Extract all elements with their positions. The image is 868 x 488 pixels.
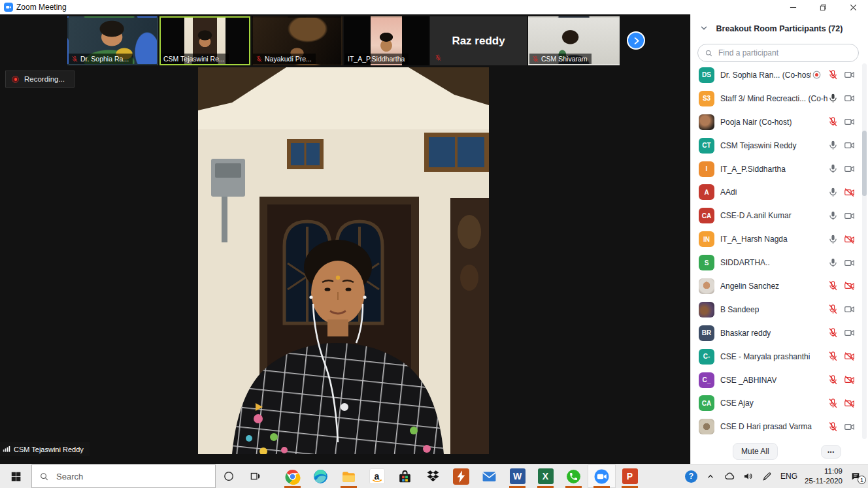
excel-taskbar-icon[interactable]: X xyxy=(531,464,559,488)
camera-off-icon[interactable] xyxy=(844,374,855,385)
participant-row[interactable]: CTCSM Tejaswini Reddy xyxy=(691,134,868,157)
camera-icon[interactable] xyxy=(844,69,855,80)
cortana-button[interactable] xyxy=(216,464,242,488)
camera-icon[interactable] xyxy=(844,210,855,221)
onedrive-cloud-icon[interactable] xyxy=(724,470,735,482)
mic-icon[interactable] xyxy=(827,234,839,245)
participant-row[interactable]: CACSE-D A.anil Kumar xyxy=(691,204,868,227)
dropbox-taskbar-icon[interactable] xyxy=(419,464,447,488)
speaker-icon[interactable] xyxy=(743,470,754,482)
chrome-taskbar-icon[interactable] xyxy=(278,464,307,488)
participant-row[interactable]: C_CSE _ABHINAV xyxy=(691,368,868,392)
mic-icon[interactable] xyxy=(827,93,839,104)
mic-muted-icon[interactable] xyxy=(827,327,839,338)
camera-off-icon[interactable] xyxy=(844,351,855,362)
mic-muted-icon[interactable] xyxy=(827,280,839,291)
filmstrip-tile[interactable]: CSM Shivaram xyxy=(528,16,620,65)
participant-name: Bhaskar reddy xyxy=(720,329,771,338)
camera-icon[interactable] xyxy=(844,93,855,104)
participant-row[interactable]: Pooja Nair (Co-host) xyxy=(691,110,868,134)
participant-row[interactable]: INIT_A_Harsh Nagda xyxy=(691,227,868,251)
store-taskbar-icon[interactable] xyxy=(391,464,419,488)
action-center-icon[interactable]: 1 xyxy=(850,470,861,482)
participant-row[interactable]: Angelin Sanchez xyxy=(691,274,868,298)
participant-row[interactable]: S3Staff 3/ Mind Recreacti... (Co-host) xyxy=(691,87,868,110)
amazon-taskbar-icon[interactable]: a xyxy=(363,464,391,488)
mic-muted-icon[interactable] xyxy=(827,374,839,385)
participant-search[interactable] xyxy=(697,44,859,62)
mic-muted-icon[interactable] xyxy=(827,421,839,432)
taskbar-search-input[interactable] xyxy=(55,471,208,482)
avatar: C- xyxy=(699,349,714,365)
word-taskbar-icon[interactable]: W xyxy=(503,464,531,488)
participant-row[interactable]: AAAdi xyxy=(691,180,868,204)
camera-icon[interactable] xyxy=(844,304,855,315)
chevron-up-icon[interactable] xyxy=(705,470,716,482)
mic-icon[interactable] xyxy=(827,140,839,151)
minimize-button[interactable] xyxy=(778,0,808,14)
avatar: S3 xyxy=(699,91,714,106)
pen-icon[interactable] xyxy=(761,470,773,482)
explorer-taskbar-icon[interactable] xyxy=(335,464,363,488)
language-indicator[interactable]: ENG xyxy=(780,472,797,481)
participant-row[interactable]: B Sandeep xyxy=(691,298,868,321)
mic-muted-icon[interactable] xyxy=(827,69,839,80)
recording-indicator[interactable]: Recording... xyxy=(5,71,75,88)
participant-name: CSE _ABHINAV xyxy=(720,376,776,385)
mute-all-button[interactable]: Mute All xyxy=(733,443,778,460)
flash-taskbar-icon[interactable] xyxy=(447,464,475,488)
participant-name: CSM Tejaswini Reddy xyxy=(720,141,797,150)
filmstrip-tile[interactable]: Dr. Sophia Ra... xyxy=(67,16,158,65)
filmstrip-tile[interactable]: IT_A_P.Siddhartha xyxy=(344,16,429,65)
mic-muted-icon[interactable] xyxy=(827,351,839,362)
participant-row[interactable]: CACSE Ajay xyxy=(691,391,868,415)
taskbar-search[interactable] xyxy=(31,464,216,488)
camera-icon[interactable] xyxy=(844,327,855,338)
filmstrip-tile[interactable]: Raz reddy xyxy=(430,16,527,65)
edge-taskbar-icon[interactable] xyxy=(307,464,335,488)
muted-mic-icon xyxy=(532,56,539,63)
chevron-down-icon[interactable] xyxy=(697,22,710,35)
close-button[interactable] xyxy=(838,0,868,14)
powerpoint-taskbar-icon[interactable]: P xyxy=(616,464,644,488)
task-view-button[interactable] xyxy=(242,464,268,488)
tile-name-label: CSM Tejaswini Re... xyxy=(161,54,229,64)
participant-row[interactable]: DSDr. Sophia Ran... (Co-host, me) xyxy=(691,63,868,87)
mic-muted-icon[interactable] xyxy=(827,304,839,315)
participant-row[interactable]: BRBhaskar reddy xyxy=(691,321,868,345)
camera-icon[interactable] xyxy=(844,163,855,174)
panel-scrollbar[interactable] xyxy=(862,63,867,439)
participant-row[interactable]: IIT_A_P.Siddhartha xyxy=(691,157,868,181)
camera-icon[interactable] xyxy=(844,140,855,151)
tile-name-label: CSM Shivaram xyxy=(529,54,592,64)
mail-taskbar-icon[interactable] xyxy=(475,464,503,488)
camera-off-icon[interactable] xyxy=(844,398,855,409)
camera-off-icon[interactable] xyxy=(844,280,855,291)
filmstrip-tile[interactable]: CSM Tejaswini Re... xyxy=(159,16,250,65)
restore-button[interactable] xyxy=(808,0,838,14)
mic-muted-icon[interactable] xyxy=(827,116,839,127)
participant-row[interactable]: SSIDDARTHA.. xyxy=(691,251,868,274)
camera-icon[interactable] xyxy=(844,257,855,268)
camera-off-icon[interactable] xyxy=(844,187,855,198)
mic-icon[interactable] xyxy=(827,257,839,268)
whatsapp-taskbar-icon[interactable] xyxy=(559,464,588,488)
participant-row[interactable]: CSE D Hari prasad Varma xyxy=(691,415,868,438)
camera-icon[interactable] xyxy=(844,116,855,127)
clock[interactable]: 11:09 25-11-2020 xyxy=(805,466,843,486)
search-input[interactable] xyxy=(717,48,852,58)
mic-icon[interactable] xyxy=(827,163,839,174)
more-options-button[interactable]: ... xyxy=(821,445,841,459)
filmstrip-next-button[interactable] xyxy=(627,31,645,50)
mic-icon[interactable] xyxy=(827,187,839,198)
start-button[interactable] xyxy=(0,464,31,488)
mic-muted-icon[interactable] xyxy=(827,398,839,409)
scrollbar-thumb[interactable] xyxy=(862,131,867,196)
mic-icon[interactable] xyxy=(827,210,839,221)
help-icon[interactable]: ? xyxy=(685,470,697,483)
camera-icon[interactable] xyxy=(844,421,855,432)
participant-row[interactable]: C-CSE - Maryala prashanthi xyxy=(691,345,868,368)
camera-off-icon[interactable] xyxy=(844,234,855,245)
filmstrip-tile[interactable]: Nayakudi Pre... xyxy=(252,16,342,65)
zoom-taskbar-icon[interactable] xyxy=(588,464,616,488)
